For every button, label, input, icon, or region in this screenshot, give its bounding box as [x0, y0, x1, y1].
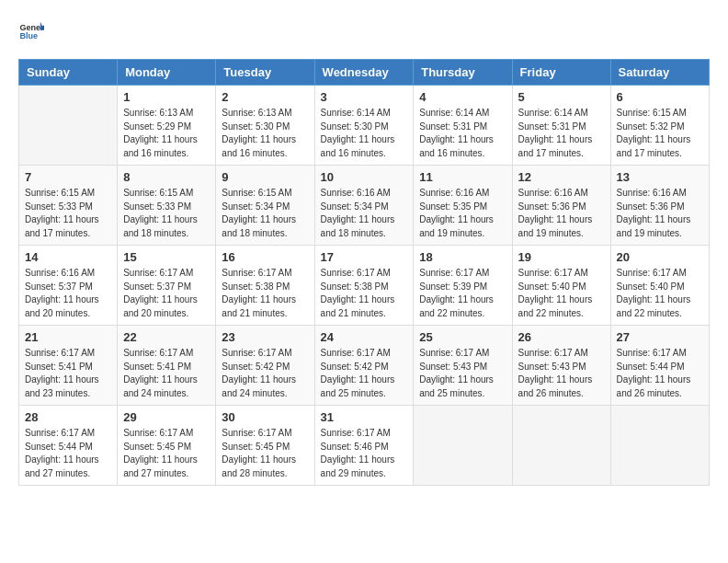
day-info: Sunrise: 6:17 AM Sunset: 5:38 PM Dayligh… [321, 267, 408, 320]
day-number: 9 [222, 170, 308, 184]
day-info: Sunrise: 6:17 AM Sunset: 5:37 PM Dayligh… [123, 267, 210, 320]
logo: General Blue [18, 18, 44, 44]
calendar-cell [610, 406, 709, 486]
day-number: 8 [123, 170, 210, 184]
day-number: 2 [222, 90, 308, 104]
day-info: Sunrise: 6:17 AM Sunset: 5:42 PM Dayligh… [321, 347, 408, 400]
calendar-week-row: 21Sunrise: 6:17 AM Sunset: 5:41 PM Dayli… [19, 326, 710, 406]
calendar-day-header: Monday [118, 60, 216, 86]
calendar-cell [19, 86, 118, 166]
day-number: 24 [321, 330, 408, 344]
day-info: Sunrise: 6:17 AM Sunset: 5:39 PM Dayligh… [419, 267, 506, 320]
calendar-cell: 30Sunrise: 6:17 AM Sunset: 5:45 PM Dayli… [216, 406, 314, 486]
day-number: 4 [419, 90, 506, 104]
calendar-cell: 16Sunrise: 6:17 AM Sunset: 5:38 PM Dayli… [216, 246, 314, 326]
day-number: 28 [25, 410, 111, 424]
calendar-cell: 24Sunrise: 6:17 AM Sunset: 5:42 PM Dayli… [314, 326, 414, 406]
day-number: 30 [222, 410, 308, 424]
calendar-header-row: SundayMondayTuesdayWednesdayThursdayFrid… [19, 60, 710, 86]
day-number: 16 [222, 250, 308, 264]
day-info: Sunrise: 6:17 AM Sunset: 5:41 PM Dayligh… [25, 347, 111, 400]
calendar-day-header: Friday [512, 60, 610, 86]
calendar-cell: 6Sunrise: 6:15 AM Sunset: 5:32 PM Daylig… [610, 86, 709, 166]
calendar-week-row: 14Sunrise: 6:16 AM Sunset: 5:37 PM Dayli… [19, 246, 710, 326]
calendar-cell: 19Sunrise: 6:17 AM Sunset: 5:40 PM Dayli… [512, 246, 610, 326]
calendar-cell: 17Sunrise: 6:17 AM Sunset: 5:38 PM Dayli… [314, 246, 414, 326]
day-info: Sunrise: 6:17 AM Sunset: 5:46 PM Dayligh… [321, 427, 408, 480]
svg-text:Blue: Blue [19, 31, 38, 40]
calendar-cell: 29Sunrise: 6:17 AM Sunset: 5:45 PM Dayli… [118, 406, 216, 486]
day-info: Sunrise: 6:17 AM Sunset: 5:44 PM Dayligh… [617, 347, 703, 400]
calendar-cell: 1Sunrise: 6:13 AM Sunset: 5:29 PM Daylig… [118, 86, 216, 166]
day-number: 13 [617, 170, 703, 184]
day-info: Sunrise: 6:14 AM Sunset: 5:31 PM Dayligh… [419, 107, 506, 160]
calendar-week-row: 1Sunrise: 6:13 AM Sunset: 5:29 PM Daylig… [19, 86, 710, 166]
calendar-cell: 15Sunrise: 6:17 AM Sunset: 5:37 PM Dayli… [118, 246, 216, 326]
calendar-day-header: Saturday [610, 60, 709, 86]
day-number: 23 [222, 330, 308, 344]
day-number: 29 [123, 410, 210, 424]
day-info: Sunrise: 6:14 AM Sunset: 5:31 PM Dayligh… [518, 107, 605, 160]
day-info: Sunrise: 6:15 AM Sunset: 5:33 PM Dayligh… [25, 187, 111, 240]
day-number: 11 [419, 170, 506, 184]
calendar-week-row: 7Sunrise: 6:15 AM Sunset: 5:33 PM Daylig… [19, 166, 710, 246]
day-number: 27 [617, 330, 703, 344]
logo-icon: General Blue [18, 18, 44, 44]
day-number: 21 [25, 330, 111, 344]
day-info: Sunrise: 6:16 AM Sunset: 5:35 PM Dayligh… [419, 187, 506, 240]
calendar-cell: 28Sunrise: 6:17 AM Sunset: 5:44 PM Dayli… [19, 406, 118, 486]
calendar-cell: 9Sunrise: 6:15 AM Sunset: 5:34 PM Daylig… [216, 166, 314, 246]
calendar-cell: 5Sunrise: 6:14 AM Sunset: 5:31 PM Daylig… [512, 86, 610, 166]
calendar-cell: 3Sunrise: 6:14 AM Sunset: 5:30 PM Daylig… [314, 86, 414, 166]
calendar-cell: 8Sunrise: 6:15 AM Sunset: 5:33 PM Daylig… [118, 166, 216, 246]
calendar-day-header: Sunday [19, 60, 118, 86]
day-info: Sunrise: 6:14 AM Sunset: 5:30 PM Dayligh… [321, 107, 408, 160]
calendar-cell: 7Sunrise: 6:15 AM Sunset: 5:33 PM Daylig… [19, 166, 118, 246]
calendar-cell: 26Sunrise: 6:17 AM Sunset: 5:43 PM Dayli… [512, 326, 610, 406]
day-number: 26 [518, 330, 605, 344]
day-info: Sunrise: 6:15 AM Sunset: 5:34 PM Dayligh… [222, 187, 308, 240]
day-info: Sunrise: 6:17 AM Sunset: 5:45 PM Dayligh… [222, 427, 308, 480]
calendar-cell: 22Sunrise: 6:17 AM Sunset: 5:41 PM Dayli… [118, 326, 216, 406]
day-number: 15 [123, 250, 210, 264]
day-info: Sunrise: 6:17 AM Sunset: 5:43 PM Dayligh… [518, 347, 605, 400]
day-info: Sunrise: 6:13 AM Sunset: 5:29 PM Dayligh… [123, 107, 210, 160]
day-number: 7 [25, 170, 111, 184]
day-number: 10 [321, 170, 408, 184]
calendar-day-header: Wednesday [314, 60, 414, 86]
calendar-cell: 25Sunrise: 6:17 AM Sunset: 5:43 PM Dayli… [414, 326, 512, 406]
day-info: Sunrise: 6:17 AM Sunset: 5:44 PM Dayligh… [25, 427, 111, 480]
calendar-cell: 12Sunrise: 6:16 AM Sunset: 5:36 PM Dayli… [512, 166, 610, 246]
calendar-day-header: Tuesday [216, 60, 314, 86]
day-number: 25 [419, 330, 506, 344]
page-header: General Blue [18, 18, 710, 44]
calendar-week-row: 28Sunrise: 6:17 AM Sunset: 5:44 PM Dayli… [19, 406, 710, 486]
day-info: Sunrise: 6:17 AM Sunset: 5:45 PM Dayligh… [123, 427, 210, 480]
day-info: Sunrise: 6:17 AM Sunset: 5:38 PM Dayligh… [222, 267, 308, 320]
day-info: Sunrise: 6:16 AM Sunset: 5:37 PM Dayligh… [25, 267, 111, 320]
day-number: 6 [617, 90, 703, 104]
day-info: Sunrise: 6:16 AM Sunset: 5:36 PM Dayligh… [518, 187, 605, 240]
calendar-cell [414, 406, 512, 486]
day-number: 5 [518, 90, 605, 104]
calendar-cell: 10Sunrise: 6:16 AM Sunset: 5:34 PM Dayli… [314, 166, 414, 246]
calendar-cell: 18Sunrise: 6:17 AM Sunset: 5:39 PM Dayli… [414, 246, 512, 326]
calendar-cell: 20Sunrise: 6:17 AM Sunset: 5:40 PM Dayli… [610, 246, 709, 326]
calendar-cell: 2Sunrise: 6:13 AM Sunset: 5:30 PM Daylig… [216, 86, 314, 166]
day-info: Sunrise: 6:15 AM Sunset: 5:33 PM Dayligh… [123, 187, 210, 240]
day-number: 31 [321, 410, 408, 424]
day-number: 14 [25, 250, 111, 264]
day-info: Sunrise: 6:17 AM Sunset: 5:42 PM Dayligh… [222, 347, 308, 400]
day-number: 19 [518, 250, 605, 264]
day-info: Sunrise: 6:17 AM Sunset: 5:43 PM Dayligh… [419, 347, 506, 400]
calendar-cell: 4Sunrise: 6:14 AM Sunset: 5:31 PM Daylig… [414, 86, 512, 166]
day-number: 1 [123, 90, 210, 104]
calendar-cell: 13Sunrise: 6:16 AM Sunset: 5:36 PM Dayli… [610, 166, 709, 246]
calendar-cell: 21Sunrise: 6:17 AM Sunset: 5:41 PM Dayli… [19, 326, 118, 406]
day-info: Sunrise: 6:16 AM Sunset: 5:36 PM Dayligh… [617, 187, 703, 240]
day-info: Sunrise: 6:16 AM Sunset: 5:34 PM Dayligh… [321, 187, 408, 240]
day-info: Sunrise: 6:17 AM Sunset: 5:40 PM Dayligh… [617, 267, 703, 320]
day-number: 3 [321, 90, 408, 104]
calendar-cell: 14Sunrise: 6:16 AM Sunset: 5:37 PM Dayli… [19, 246, 118, 326]
day-number: 18 [419, 250, 506, 264]
